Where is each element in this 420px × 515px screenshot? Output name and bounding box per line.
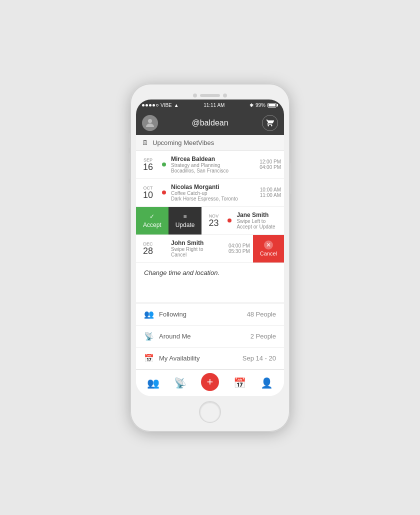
cancel-label: Cancel <box>260 250 277 256</box>
volume-mute-button[interactable] <box>128 134 130 148</box>
battery-icon <box>268 103 278 108</box>
battery-percent: 99% <box>256 102 266 108</box>
status-dot-2 <box>162 190 166 194</box>
nav-following[interactable]: 👥 <box>147 377 160 389</box>
status-left: VIBE ▲ <box>142 102 179 108</box>
signal-dot-5 <box>156 104 158 106</box>
nav-around[interactable]: 📡 <box>174 377 186 389</box>
annotation-text: Change time and location. <box>144 269 220 276</box>
meeting-location-1: Bocadillos, San Francisco <box>171 168 254 174</box>
bluetooth-icon: ✱ <box>250 102 254 108</box>
battery-tip <box>277 104 278 106</box>
meeting-item-2[interactable]: Oct 10 Nicolas Morganti Coffee Catch-up … <box>136 179 284 207</box>
home-button[interactable] <box>199 401 221 423</box>
speaker-grille <box>200 94 220 97</box>
meeting-name-1: Mircea Baldean <box>171 156 254 162</box>
signal-dot-4 <box>152 104 155 106</box>
nav-around-icon: 📡 <box>174 377 186 389</box>
signal-dot-3 <box>149 104 152 106</box>
signal-dot-1 <box>142 104 144 106</box>
around-label: Around Me <box>159 332 246 340</box>
jane-name: Jane Smith <box>236 212 281 218</box>
phone-screen: VIBE ▲ 11:11 AM ✱ 99% <box>136 100 284 396</box>
jane-hint2: Accept or Update <box>236 224 281 230</box>
john-dot-col <box>160 235 168 262</box>
jane-hint: Swipe Left to <box>236 218 281 224</box>
section-header: 🗓 Upcoming MeetVibes <box>136 135 284 151</box>
meeting-sub-2: Coffee Catch-up <box>171 190 254 196</box>
swipe-action-row[interactable]: ✓ Accept ≡ Update NOV 23 Jane Smith <box>136 207 284 235</box>
jane-date: NOV 23 <box>202 207 226 234</box>
john-smith-item[interactable]: DEC 28 John Smith Swipe Right to Cancel … <box>136 235 284 263</box>
header-username: @baldean <box>192 118 228 128</box>
accept-label: Accept <box>143 222 162 228</box>
time-end-1: 04:00 PM <box>260 164 281 170</box>
volume-down-button[interactable] <box>128 184 130 208</box>
john-info: John Smith Swipe Right to Cancel <box>168 235 226 262</box>
wifi-icon: ▲ <box>174 102 179 108</box>
signal-dot-2 <box>146 104 148 106</box>
nav-calendar-icon: 📅 <box>234 377 246 389</box>
following-value: 48 People <box>246 310 276 318</box>
user-avatar[interactable] <box>142 115 158 131</box>
phone-top-bar <box>136 90 284 100</box>
meeting-date-1: SEP 16 <box>136 151 160 178</box>
meeting-times-1: 12:00 PM 04:00 PM <box>256 151 284 178</box>
jane-smith-item: NOV 23 Jane Smith Swipe Left to Accept o… <box>202 207 284 234</box>
update-hamburger-icon: ≡ <box>184 213 187 220</box>
stats-section: 👥 Following 48 People 📡 Around Me 2 Peop… <box>136 303 284 370</box>
update-label: Update <box>176 222 195 228</box>
meeting-location-2: Dark Horse Espresso, Toronto <box>171 196 254 202</box>
meeting-item-1[interactable]: SEP 16 Mircea Baldean Strategy and Plann… <box>136 151 284 179</box>
signal-dots <box>142 104 158 106</box>
power-button[interactable] <box>290 164 292 194</box>
update-button[interactable]: ≡ Update <box>168 207 202 234</box>
stat-row-availability[interactable]: 📅 My Availability Sep 14 - 20 <box>136 348 284 370</box>
meeting-info-2: Nicolas Morganti Coffee Catch-up Dark Ho… <box>168 179 257 206</box>
cancel-button[interactable]: ✕ Cancel <box>253 235 284 262</box>
stat-row-around[interactable]: 📡 Around Me 2 People <box>136 326 284 348</box>
nav-profile-icon: 👤 <box>260 377 273 389</box>
nav-profile[interactable]: 👤 <box>260 377 273 389</box>
time-end-2: 11:00 AM <box>260 192 281 198</box>
john-time1: 04:00 PM <box>228 243 250 248</box>
around-value: 2 People <box>250 332 276 340</box>
carrier-name: VIBE <box>160 102 172 108</box>
day-1: 16 <box>143 162 153 172</box>
cancel-x-icon: ✕ <box>264 240 273 250</box>
volume-up-button[interactable] <box>128 154 130 178</box>
dot-col-2 <box>160 179 168 206</box>
svg-point-0 <box>148 119 152 123</box>
cart-button[interactable] <box>262 115 278 131</box>
status-time: 11:11 AM <box>204 102 224 108</box>
john-hint2: Cancel <box>171 252 222 258</box>
battery-body <box>268 103 276 108</box>
phone-frame: VIBE ▲ 11:11 AM ✱ 99% <box>130 84 290 432</box>
annotation-area: Change time and location. <box>136 263 284 303</box>
jane-status-dot <box>228 218 232 222</box>
accept-button[interactable]: ✓ Accept <box>136 207 168 234</box>
battery-fill <box>268 104 276 106</box>
time-start-1: 12:00 PM <box>260 159 281 164</box>
nav-add[interactable]: + <box>201 375 219 391</box>
stat-row-following[interactable]: 👥 Following 48 People <box>136 304 284 326</box>
meeting-name-2: Nicolas Morganti <box>171 184 254 190</box>
nav-calendar[interactable]: 📅 <box>234 377 246 389</box>
jane-info: Jane Smith Swipe Left to Accept or Updat… <box>234 207 284 234</box>
john-times: 04:00 PM 05:30 PM <box>226 235 253 262</box>
meeting-date-2: Oct 10 <box>136 179 160 206</box>
availability-label: My Availability <box>159 354 238 362</box>
nav-following-icon: 👥 <box>147 377 160 389</box>
status-bar: VIBE ▲ 11:11 AM ✱ 99% <box>136 100 284 111</box>
jane-dot-col <box>226 207 234 234</box>
camera-lens <box>193 94 197 98</box>
nav-add-icon[interactable]: + <box>201 373 219 391</box>
bottom-nav: 👥 📡 + 📅 👤 <box>136 370 284 396</box>
home-button-area <box>136 396 284 426</box>
app-header: @baldean <box>136 111 284 135</box>
following-icon: 👥 <box>144 310 154 319</box>
availability-icon: 📅 <box>144 354 154 363</box>
jane-day: 23 <box>208 218 218 228</box>
john-date: DEC 28 <box>136 235 160 262</box>
accept-checkmark-icon: ✓ <box>150 213 154 220</box>
